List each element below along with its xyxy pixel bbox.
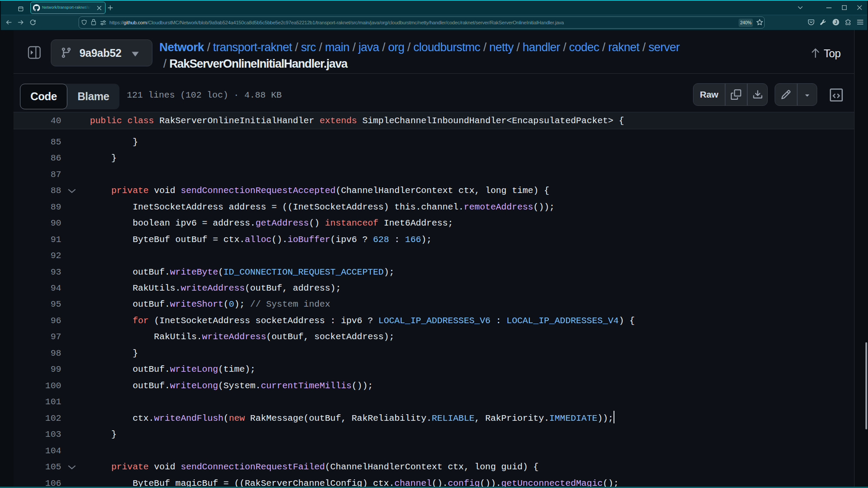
svg-text:J: J xyxy=(835,20,837,25)
